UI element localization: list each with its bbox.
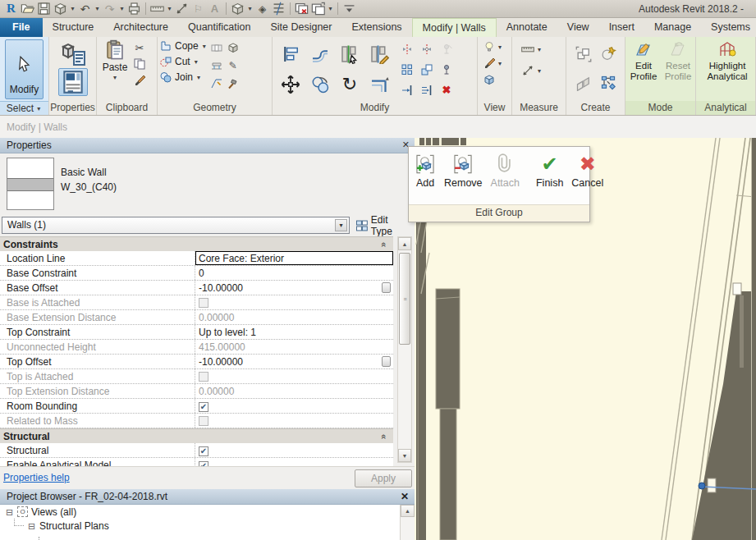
create-assembly-icon[interactable] <box>600 75 616 91</box>
add-button[interactable]: Add <box>410 149 440 204</box>
scroll-up-button[interactable]: ▲ <box>401 505 415 517</box>
edit-type-button[interactable]: Edit Type <box>354 217 413 234</box>
move-icon[interactable] <box>281 75 300 94</box>
tab-structure[interactable]: Structure <box>43 18 104 37</box>
prop-value[interactable]: 0 <box>195 266 393 280</box>
highlight-analytical-button[interactable]: Highlight Analytical <box>701 39 754 82</box>
scrollbar-thumb[interactable]: ≡ <box>399 253 410 345</box>
tab-annotate[interactable]: Annotate <box>497 18 557 37</box>
brush-icon[interactable] <box>483 57 496 70</box>
measure-tape-icon[interactable] <box>520 42 535 57</box>
open-icon[interactable] <box>20 1 35 16</box>
scroll-up-button[interactable]: ▲ <box>398 237 411 250</box>
trim-extend-icon[interactable] <box>340 44 360 64</box>
pin-icon[interactable] <box>440 63 453 76</box>
revit-logo[interactable]: R <box>3 1 19 16</box>
remove-button[interactable]: Remove <box>440 149 487 204</box>
properties-scrollbar[interactable]: ▲ ≡ ▼ <box>397 236 412 463</box>
project-browser-scrollbar[interactable]: ▲ <box>401 505 415 540</box>
trim-corner-icon[interactable] <box>369 75 389 94</box>
profile-edit-icon[interactable] <box>210 77 223 90</box>
prop-value[interactable]: ✔ <box>195 458 393 466</box>
section-icon[interactable]: ◈ <box>254 1 270 16</box>
cut-scissors-icon[interactable]: ✂ <box>133 41 146 54</box>
dropdown-arrow[interactable]: ▾ <box>327 1 334 16</box>
home-3d-icon[interactable] <box>230 1 245 16</box>
aligned-dimension-icon[interactable] <box>520 63 535 78</box>
tree-expander-icon[interactable]: ⊟ <box>5 507 14 516</box>
prop-value[interactable]: -10.00000 <box>195 355 393 368</box>
cancel-button[interactable]: ✖Cancel <box>567 149 607 204</box>
join-geometry-button[interactable]: Join ▾ <box>159 71 208 84</box>
tab-site-designer[interactable]: Site Designer <box>260 18 341 37</box>
copy-elements-icon[interactable] <box>310 75 330 94</box>
tree-item-views-all[interactable]: ⊟OViews (all) <box>0 505 400 519</box>
lightbulb-icon[interactable] <box>483 40 496 53</box>
element-selector-dropdown[interactable]: Walls (1) ▾ <box>2 217 350 234</box>
prop-value[interactable]: ✔ <box>195 399 393 413</box>
cut-geometry-button[interactable]: Cut ▾ <box>159 55 208 68</box>
dropdown-arrow[interactable]: ▾ <box>166 1 173 16</box>
aligned-dim-icon[interactable] <box>174 1 190 16</box>
rotate-icon[interactable]: ↻ <box>340 75 360 94</box>
properties-header[interactable]: Properties ✕ <box>0 138 415 153</box>
wall-opening-icon[interactable] <box>210 41 223 54</box>
paste-button[interactable]: Paste ▾ <box>99 39 131 87</box>
prop-value[interactable]: -10.00000 <box>195 281 393 295</box>
edit-profile-button[interactable]: Edit Profile <box>627 39 660 82</box>
associate-param-button[interactable] <box>382 282 391 293</box>
split-element-icon[interactable] <box>401 43 414 56</box>
save-icon[interactable] <box>36 1 52 16</box>
print-icon[interactable] <box>126 1 142 16</box>
tab-architecture[interactable]: Architecture <box>103 18 178 37</box>
create-parts-icon[interactable] <box>575 75 592 91</box>
ribbon-collapse-icon[interactable] <box>341 1 357 16</box>
scale-icon[interactable] <box>420 63 433 76</box>
checkbox[interactable]: ✔ <box>199 446 208 456</box>
dropdown-arrow[interactable]: ▾ <box>246 1 254 16</box>
close-icon[interactable]: ✕ <box>401 491 409 502</box>
multi-align-icon[interactable] <box>420 84 433 97</box>
tab-insert[interactable]: Insert <box>599 18 644 37</box>
undo-icon[interactable]: ↶ <box>77 1 93 16</box>
dropdown-arrow[interactable]: ▾ <box>94 1 101 16</box>
grid-section-structural[interactable]: Structural« <box>0 428 393 443</box>
modify-button[interactable]: Modify <box>5 39 44 99</box>
chevron-down-icon[interactable]: ▾ <box>335 219 347 231</box>
tab-view[interactable]: View <box>557 18 599 37</box>
tab-file[interactable]: File <box>0 18 43 37</box>
dropdown-arrow[interactable]: ▾ <box>118 1 126 16</box>
associate-param-button[interactable] <box>382 356 391 367</box>
dropdown-arrow[interactable]: ▾ <box>69 1 76 16</box>
beam-icon[interactable] <box>210 59 223 72</box>
tree-item-structural-plans[interactable]: ⊟Structural Plans <box>0 519 400 533</box>
create-similar-icon[interactable] <box>600 46 616 62</box>
tree-expander-icon[interactable]: ⊟ <box>27 521 36 530</box>
finish-button[interactable]: ✔Finish <box>532 149 567 204</box>
type-properties-icon[interactable] <box>59 40 87 66</box>
create-group-icon[interactable] <box>575 46 592 62</box>
delete-icon[interactable]: ✖ <box>440 84 453 97</box>
hide-box-icon[interactable] <box>483 73 496 86</box>
trim-edit-icon[interactable] <box>369 44 389 64</box>
prop-value[interactable]: Core Face: Exterior <box>195 251 393 265</box>
prop-value[interactable]: Up to level: 1 <box>195 325 393 339</box>
align-icon[interactable] <box>281 44 300 64</box>
pencil-icon[interactable]: ✎ <box>227 59 240 72</box>
cope-button[interactable]: Cope ▾ <box>159 39 208 53</box>
demolish-hammer-icon[interactable] <box>227 77 240 90</box>
select-dropdown[interactable]: Select ▾ <box>0 101 48 115</box>
tab-modify-walls[interactable]: Modify | Walls <box>412 18 497 37</box>
collapse-chevron-icon[interactable]: « <box>379 434 389 439</box>
sync-icon[interactable] <box>53 1 68 16</box>
array-icon[interactable] <box>401 63 414 76</box>
grid-section-constraints[interactable]: Constraints« <box>0 236 393 251</box>
cube-icon[interactable] <box>227 41 240 54</box>
offset-icon[interactable] <box>310 44 330 64</box>
wall-type-preview[interactable] <box>7 158 54 210</box>
close-hidden-icon[interactable] <box>294 1 309 16</box>
measure-icon[interactable] <box>149 1 165 16</box>
prop-value[interactable]: ✔ <box>195 443 393 457</box>
switch-windows-icon[interactable] <box>310 1 326 16</box>
properties-help-link[interactable]: Properties help <box>3 472 70 483</box>
